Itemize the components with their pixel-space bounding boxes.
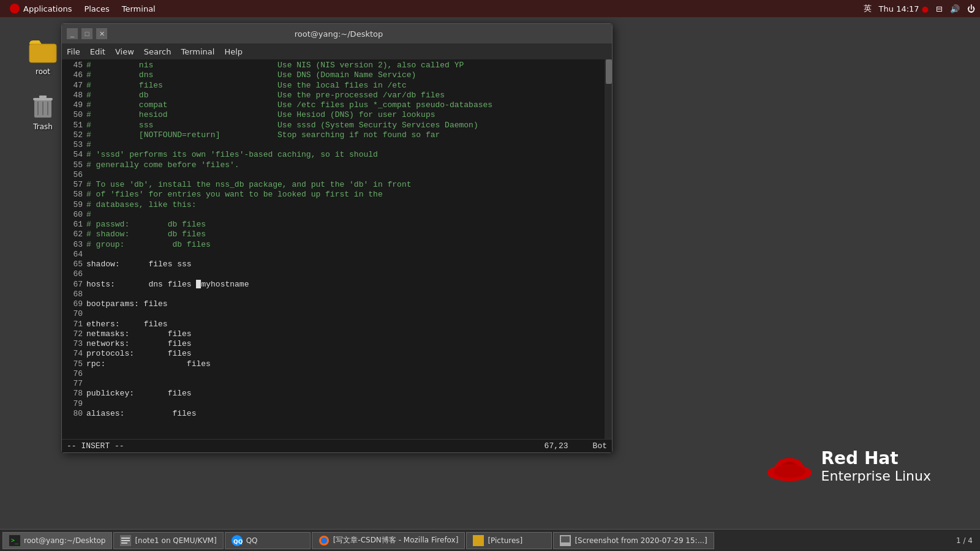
recording-dot: ●: [922, 4, 929, 13]
page-indicator: 1 / 4: [956, 536, 978, 545]
svg-rect-14: [121, 542, 127, 544]
terminal-window: _ □ ✕ root@yang:~/Desktop File Edit View…: [61, 23, 612, 453]
menu-edit[interactable]: Edit: [90, 47, 105, 56]
terminal-line: 61# passwd: db files: [62, 220, 605, 230]
terminal-titlebar: _ □ ✕ root@yang:~/Desktop: [62, 24, 612, 43]
taskbar-note1-icon: [120, 535, 131, 546]
terminal-line: 68: [62, 290, 605, 299]
terminal-line: 80aliases: files: [62, 409, 605, 419]
terminal-line: 74protocols: files: [62, 349, 605, 359]
terminal-line: 59# databases, like this:: [62, 200, 605, 210]
terminal-line: 72netmasks: files: [62, 329, 605, 339]
network-icon: ⊟: [936, 4, 943, 13]
applications-menu[interactable]: Applications: [5, 2, 77, 15]
terminal-line: 73networks: files: [62, 339, 605, 349]
terminal-line: 78publickey: files: [62, 389, 605, 399]
taskbar: >_ root@yang:~/Desktop [note1 on QEMU/KV…: [0, 529, 980, 551]
terminal-scrollbar[interactable]: [605, 59, 612, 439]
vim-cursor: [196, 280, 201, 288]
terminal-menubar: File Edit View Search Terminal Help: [62, 43, 612, 59]
terminal-line: 71ethers: files: [62, 320, 605, 329]
terminal-line: 67hosts: dns files myhostname: [62, 280, 605, 290]
taskbar-firefox-icon: [318, 535, 330, 546]
vim-scroll: Bot: [593, 441, 607, 451]
vim-position: 67,23: [545, 441, 568, 451]
svg-rect-4: [39, 96, 47, 98]
svg-point-10: [773, 465, 805, 478]
menu-terminal[interactable]: Terminal: [181, 47, 214, 56]
taskbar-qq[interactable]: QQ QQ: [225, 532, 311, 549]
terminal-controls[interactable]: _ □ ✕: [67, 28, 107, 39]
scrollbar-thumb[interactable]: [606, 59, 612, 84]
terminal-line: 53#: [62, 140, 605, 150]
terminal-line: 47# files Use the local files in /etc: [62, 81, 605, 91]
terminal-line: 48# db Use the pre-processed /var/db fil…: [62, 91, 605, 100]
terminal-line: 49# compat Use /etc files plus *_compat …: [62, 100, 605, 110]
system-bar: Applications Places Terminal 英 Thu 14:17…: [0, 0, 980, 17]
terminal-line: 46# dns Use DNS (Domain Name Service): [62, 70, 605, 80]
redhat-hat-svg: [765, 448, 814, 484]
taskbar-screenshot[interactable]: [Screenshot from 2020-07-29 15:...]: [553, 532, 714, 549]
svg-rect-12: [121, 538, 130, 539]
taskbar-note1-label: [note1 on QEMU/KVM]: [135, 536, 216, 545]
taskbar-pictures[interactable]: [Pictures]: [466, 532, 552, 549]
menu-search[interactable]: Search: [144, 47, 172, 56]
terminal-statusbar: -- INSERT -- 67,23 Bot: [62, 439, 612, 452]
terminal-text-area[interactable]: 45# nis Use NIS (NIS version 2), also ca…: [62, 59, 605, 439]
volume-icon: 🔊: [950, 4, 960, 13]
menu-view[interactable]: View: [115, 47, 134, 56]
terminal-label[interactable]: Terminal: [122, 4, 156, 13]
terminal-line: 64: [62, 250, 605, 260]
taskbar-note1[interactable]: [note1 on QEMU/KVM]: [113, 532, 223, 549]
terminal-line: 63# group: db files: [62, 240, 605, 250]
redhat-name: Red Hat: [821, 448, 931, 468]
trash-icon: [28, 91, 58, 120]
minimize-button[interactable]: _: [67, 28, 78, 39]
applications-label[interactable]: Applications: [23, 4, 72, 13]
svg-rect-19: [473, 535, 484, 546]
terminal-line: 45# nis Use NIS (NIS version 2), also ca…: [62, 61, 605, 70]
power-icon: ⏻: [967, 4, 975, 13]
redhat-product: Enterprise Linux: [821, 468, 931, 484]
menu-help[interactable]: Help: [224, 47, 243, 56]
terminal-content[interactable]: 45# nis Use NIS (NIS version 2), also ca…: [62, 59, 612, 439]
svg-text:QQ: QQ: [233, 539, 243, 545]
terminal-line: 70: [62, 309, 605, 319]
system-bar-left: Applications Places Terminal: [5, 2, 160, 15]
terminal-line: 66: [62, 269, 605, 279]
terminal-menu[interactable]: Terminal: [117, 3, 160, 15]
terminal-line: 52# [NOTFOUND=return] Stop searching if …: [62, 130, 605, 140]
terminal-line: 56: [62, 170, 605, 180]
system-bar-right: 英 Thu 14:17 ● ⊟ 🔊 ⏻: [864, 3, 975, 14]
terminal-line: 69bootparams: files: [62, 299, 605, 309]
terminal-line: 50# hesiod Use Hesiod (DNS) for user loo…: [62, 110, 605, 120]
taskbar-firefox[interactable]: [写文章-CSDN博客 - Mozilla Firefox]: [312, 532, 466, 549]
taskbar-terminal-label: root@yang:~/Desktop: [24, 536, 105, 545]
terminal-line: 65shadow: files sss: [62, 260, 605, 269]
lang-indicator: 英: [864, 3, 872, 14]
clock: Thu 14:17 ●: [879, 4, 929, 13]
close-button[interactable]: ✕: [96, 28, 107, 39]
desktop-icon-root[interactable]: root: [18, 36, 67, 76]
maximize-button[interactable]: □: [81, 28, 92, 39]
terminal-line: 62# shadow: db files: [62, 230, 605, 239]
taskbar-firefox-label: [写文章-CSDN博客 - Mozilla Firefox]: [333, 535, 459, 545]
svg-rect-21: [561, 536, 570, 542]
terminal-line: 57# To use 'db', install the nss_db pack…: [62, 180, 605, 190]
terminal-title: root@yang:~/Desktop: [107, 29, 570, 39]
terminal-line: 76: [62, 369, 605, 379]
svg-point-18: [321, 538, 327, 544]
desktop-icon-trash[interactable]: Trash: [18, 91, 67, 131]
places-menu[interactable]: Places: [79, 3, 114, 15]
menu-file[interactable]: File: [67, 47, 80, 56]
terminal-line: 54# 'sssd' performs its own 'files'-base…: [62, 150, 605, 160]
vim-mode: -- INSERT --: [67, 441, 520, 451]
root-folder-label: root: [36, 67, 50, 76]
taskbar-terminal[interactable]: >_ root@yang:~/Desktop: [2, 532, 112, 549]
redhat-small-icon: [10, 4, 20, 13]
terminal-line: 60#: [62, 210, 605, 220]
taskbar-terminal-icon: >_: [9, 535, 20, 546]
places-label[interactable]: Places: [84, 4, 109, 13]
taskbar-pictures-icon: [473, 535, 484, 546]
terminal-line: 55# generally come before 'files'.: [62, 160, 605, 170]
